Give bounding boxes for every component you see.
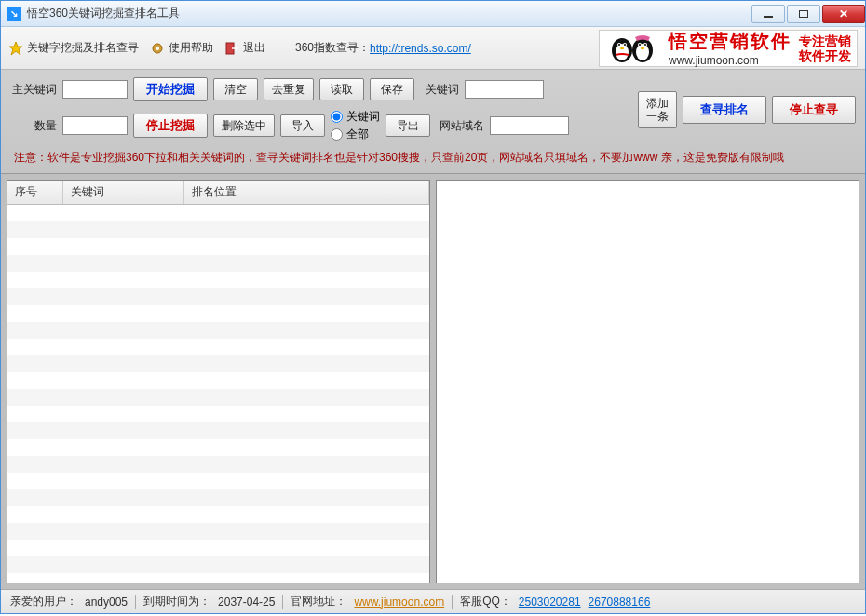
label-quantity: 数量	[10, 118, 57, 134]
column-keyword[interactable]: 关键词	[63, 181, 184, 204]
svg-point-9	[624, 44, 626, 46]
column-rank[interactable]: 排名位置	[184, 181, 429, 204]
banner-url: www.jiumoon.com	[669, 54, 792, 67]
save-button[interactable]: 保存	[370, 78, 414, 100]
domain-input[interactable]	[490, 116, 569, 135]
banner-slogan-2: 软件开发	[799, 48, 851, 63]
minimize-icon	[764, 16, 773, 18]
radio-all-input[interactable]	[331, 128, 343, 141]
toolbar-index-search: 360指数查寻： http://trends.so.com/	[295, 40, 471, 56]
svg-point-12	[636, 44, 649, 60]
svg-point-10	[620, 47, 624, 50]
status-qq-1[interactable]: 2503020281	[519, 596, 581, 609]
column-index[interactable]: 序号	[7, 181, 63, 204]
close-icon: ✕	[839, 7, 848, 20]
toolbar-mining-label: 关键字挖掘及排名查寻	[27, 40, 139, 56]
svg-point-5	[616, 44, 629, 60]
label-domain: 网站域名	[436, 118, 484, 134]
status-user-label: 亲爱的用户：	[10, 594, 77, 609]
stop-mining-button[interactable]: 停止挖掘	[133, 114, 208, 138]
index-url-link[interactable]: http://trends.so.com/	[370, 42, 471, 55]
status-site-label: 官网地址：	[291, 594, 346, 609]
radio-all[interactable]: 全部	[331, 127, 380, 142]
label-keyword: 关键词	[420, 82, 459, 98]
notice-text: 注意：软件是专业挖掘360下拉和相关关键词的，查寻关键词排名也是针对360搜搜，…	[10, 142, 856, 169]
status-site-link[interactable]: www.jiumoon.com	[354, 596, 444, 609]
svg-point-15	[639, 44, 641, 46]
minimize-button[interactable]	[751, 5, 785, 23]
exit-icon	[224, 41, 239, 56]
keyword-input[interactable]	[465, 80, 544, 99]
app-icon: ↘	[7, 7, 21, 21]
svg-point-16	[644, 44, 646, 46]
svg-point-8	[618, 44, 620, 46]
output-pane[interactable]	[436, 180, 859, 583]
star-icon	[8, 41, 23, 56]
read-button[interactable]: 读取	[319, 78, 364, 100]
work-area: 序号 关键词 排名位置	[1, 174, 865, 589]
status-expire-label: 到期时间为：	[143, 594, 210, 609]
svg-point-2	[156, 47, 159, 50]
toolbar: 关键字挖掘及排名查寻 使用帮助 退出 360指数查寻： http://trend…	[1, 27, 865, 70]
delete-selected-button[interactable]: 删除选中	[213, 114, 275, 137]
result-table: 序号 关键词 排名位置	[7, 180, 430, 583]
banner-slogan-1: 专注营销	[799, 33, 851, 48]
titlebar: ↘ 悟空360关键词挖掘查排名工具 ✕	[1, 1, 865, 27]
dedupe-button[interactable]: 去重复	[264, 78, 314, 100]
control-panel: 主关键词 开始挖掘 清空 去重复 读取 保存 关键词 数量 停止挖掘 删除选中 …	[1, 70, 865, 174]
main-keyword-input[interactable]	[62, 80, 128, 99]
radio-all-label: 全部	[346, 127, 369, 142]
search-rank-button[interactable]: 查寻排名	[683, 96, 766, 124]
table-header: 序号 关键词 排名位置	[7, 181, 429, 205]
quantity-input[interactable]	[62, 116, 128, 135]
close-button[interactable]: ✕	[822, 5, 865, 23]
banner-brand: 悟空营销软件	[669, 29, 792, 54]
toolbar-help-label: 使用帮助	[169, 40, 213, 56]
import-button[interactable]: 导入	[280, 114, 325, 137]
gear-icon	[150, 41, 165, 56]
table-body[interactable]	[7, 205, 429, 583]
label-main-keyword: 主关键词	[10, 82, 57, 98]
export-button[interactable]: 导出	[386, 114, 430, 137]
toolbar-exit[interactable]: 退出	[224, 40, 265, 56]
radio-keyword[interactable]: 关键词	[331, 109, 380, 125]
maximize-icon	[799, 10, 808, 18]
svg-point-17	[641, 47, 644, 50]
toolbar-mining[interactable]: 关键字挖掘及排名查寻	[8, 40, 139, 56]
toolbar-help[interactable]: 使用帮助	[150, 40, 213, 56]
status-expire: 2037-04-25	[218, 596, 275, 609]
status-qq-label: 客服QQ：	[460, 594, 511, 609]
clear-button[interactable]: 清空	[213, 78, 258, 100]
banner: 悟空营销软件 www.jiumoon.com 专注营销 软件开发	[599, 30, 858, 67]
index-label: 360指数查寻：	[295, 40, 370, 56]
stop-search-button[interactable]: 停止查寻	[772, 96, 856, 124]
penguin-icon	[605, 30, 661, 66]
status-bar: 亲爱的用户： andy005 到期时间为： 2037-04-25 官网地址： w…	[1, 589, 865, 613]
status-qq-2[interactable]: 2670888166	[589, 596, 651, 609]
maximize-button[interactable]	[787, 5, 820, 23]
window-title: 悟空360关键词挖掘查排名工具	[27, 6, 750, 21]
toolbar-exit-label: 退出	[243, 40, 265, 56]
radio-keyword-label: 关键词	[346, 109, 380, 125]
status-user: andy005	[85, 596, 128, 609]
radio-keyword-input[interactable]	[331, 111, 343, 123]
svg-marker-0	[9, 42, 22, 55]
add-one-button[interactable]: 添加 一条	[638, 91, 677, 128]
start-mining-button[interactable]: 开始挖掘	[133, 77, 208, 101]
